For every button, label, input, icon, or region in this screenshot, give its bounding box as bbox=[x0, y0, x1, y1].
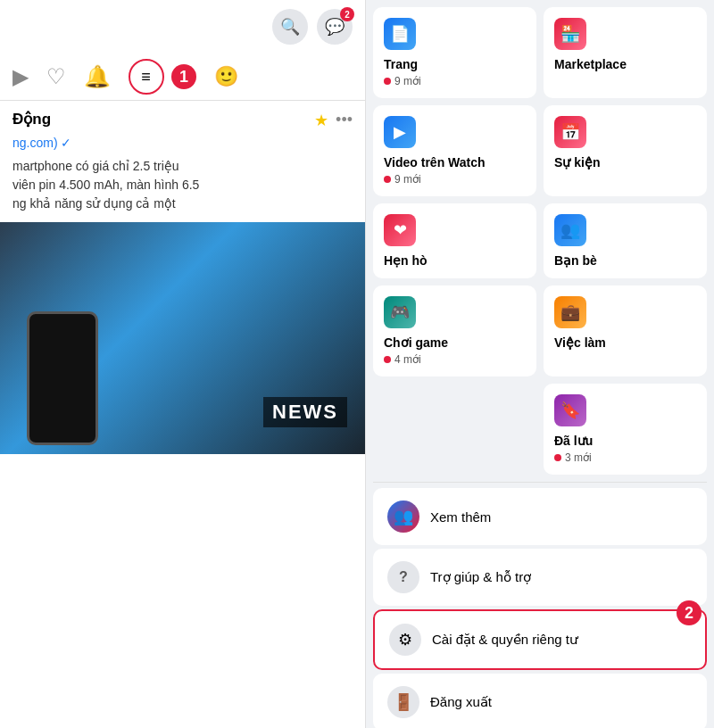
see-more-icon: 👥 bbox=[387, 500, 419, 533]
post-image: NEWS bbox=[0, 222, 365, 454]
trang-icon: 📄 bbox=[384, 18, 416, 50]
heart-nav-icon[interactable]: ♡ bbox=[46, 64, 66, 89]
settings-icon: ⚙ bbox=[389, 624, 421, 656]
see-more-label: Xem thêm bbox=[430, 509, 491, 525]
search-button[interactable]: 🔍 bbox=[272, 9, 308, 45]
search-icon: 🔍 bbox=[280, 17, 300, 37]
saved-menu-item[interactable]: 🔖 Đã lưu 3 mới bbox=[544, 384, 707, 475]
events-menu-item[interactable]: 📅 Sự kiện bbox=[544, 105, 707, 196]
trang-dot bbox=[384, 78, 391, 85]
logout-label: Đăng xuất bbox=[430, 694, 492, 710]
help-label: Trợ giúp & hỗ trợ bbox=[430, 569, 531, 585]
friends-icon: 👥 bbox=[554, 214, 586, 246]
nav-icons-row: ▶ ♡ 🔔 ≡ 1 🙂 bbox=[0, 54, 365, 101]
friends-label: Bạn bè bbox=[554, 253, 696, 268]
messenger-icon: 💬 bbox=[325, 17, 345, 37]
gaming-icon: 🎮 bbox=[384, 296, 416, 328]
video-watch-menu-item[interactable]: ▶ Video trên Watch 9 mới bbox=[373, 105, 536, 196]
messenger-badge: 2 bbox=[340, 7, 354, 21]
saved-label: Đã lưu bbox=[554, 434, 696, 448]
right-panel: 📄 Trang 9 mới 🏪 Marketplace ▶ Video trên… bbox=[366, 0, 714, 728]
emoji-icon: 🙂 bbox=[214, 65, 238, 88]
menu-row-5: 🔖 Đã lưu 3 mới bbox=[373, 384, 707, 475]
post-text-line1: martphone có giá chỉ 2.5 triệu bbox=[12, 157, 353, 176]
saved-dot bbox=[554, 454, 561, 461]
divider-1 bbox=[373, 482, 707, 483]
jobs-menu-item[interactable]: 💼 Việc làm bbox=[544, 285, 707, 376]
see-more-menu-item[interactable]: 👥 Xem thêm bbox=[373, 488, 707, 545]
post-header-left: Động bbox=[12, 110, 51, 130]
bell-nav-icon[interactable]: 🔔 bbox=[84, 64, 111, 89]
post-text-line2: viên pin 4.500 mAh, màn hình 6.5 bbox=[12, 176, 353, 194]
dating-icon: ❤ bbox=[384, 214, 416, 246]
gaming-sublabel: 4 mới bbox=[384, 353, 526, 366]
menu-row-2: ▶ Video trên Watch 9 mới 📅 Sự kiện bbox=[373, 105, 707, 196]
jobs-icon: 💼 bbox=[554, 296, 586, 328]
gaming-dot bbox=[384, 356, 391, 363]
friends-menu-item[interactable]: 👥 Bạn bè bbox=[544, 203, 707, 278]
news-label: NEWS bbox=[263, 397, 347, 427]
menu-button[interactable]: ≡ bbox=[129, 59, 164, 95]
jobs-label: Việc làm bbox=[554, 335, 696, 350]
help-menu-item[interactable]: ? Trợ giúp & hỗ trợ bbox=[373, 549, 707, 606]
menu-row-4: 🎮 Chơi game 4 mới 💼 Việc làm bbox=[373, 285, 707, 376]
logout-icon: 🚪 bbox=[387, 686, 419, 718]
marketplace-icon: 🏪 bbox=[554, 18, 586, 50]
gaming-label: Chơi game bbox=[384, 335, 526, 350]
post-header: Động ★ ••• bbox=[12, 110, 353, 130]
settings-menu-item[interactable]: ⚙ Cài đặt & quyền riêng tư bbox=[373, 609, 707, 670]
top-bar: 🔍 💬 2 bbox=[0, 0, 365, 54]
settings-label: Cài đặt & quyền riêng tư bbox=[432, 632, 578, 648]
gaming-menu-item[interactable]: 🎮 Chơi game 4 mới bbox=[373, 285, 536, 376]
step2-label: 2 bbox=[677, 600, 702, 625]
menu-row-3: ❤ Hẹn hò 👥 Bạn bè bbox=[373, 203, 707, 278]
messenger-button[interactable]: 💬 2 bbox=[317, 9, 353, 45]
video-watch-sublabel: 9 mới bbox=[384, 173, 526, 186]
video-dot bbox=[384, 176, 391, 183]
post-title: Động bbox=[12, 110, 51, 128]
hamburger-icon: ≡ bbox=[141, 68, 152, 87]
events-label: Sự kiện bbox=[554, 155, 696, 170]
video-nav-icon[interactable]: ▶ bbox=[12, 64, 29, 89]
left-panel: 🔍 💬 2 ▶ ♡ 🔔 ≡ 1 🙂 Động ★ ••• bbox=[0, 0, 366, 728]
marketplace-label: Marketplace bbox=[554, 57, 696, 71]
star-icon: ★ bbox=[314, 111, 328, 130]
trang-sublabel: 9 mới bbox=[384, 75, 526, 87]
menu-row-1: 📄 Trang 9 mới 🏪 Marketplace bbox=[373, 7, 707, 98]
post-text-line3: ng khả năng sử dụng cả một bbox=[12, 194, 353, 213]
video-watch-label: Video trên Watch bbox=[384, 155, 526, 170]
trang-menu-item[interactable]: 📄 Trang 9 mới bbox=[373, 7, 536, 98]
post-subtitle: ng.com) ✓ bbox=[12, 136, 353, 150]
events-icon: 📅 bbox=[554, 116, 586, 148]
dating-menu-item[interactable]: ❤ Hẹn hò bbox=[373, 203, 536, 278]
settings-wrapper: ⚙ Cài đặt & quyền riêng tư 2 bbox=[373, 609, 707, 670]
video-watch-icon: ▶ bbox=[384, 116, 416, 148]
logout-menu-item[interactable]: 🚪 Đăng xuất bbox=[373, 674, 707, 728]
trang-label: Trang bbox=[384, 57, 526, 71]
phone-graphic bbox=[27, 311, 98, 445]
help-icon: ? bbox=[387, 561, 419, 593]
step1-label: 1 bbox=[171, 64, 196, 89]
marketplace-menu-item[interactable]: 🏪 Marketplace bbox=[544, 7, 707, 98]
post-area: Động ★ ••• ng.com) ✓ martphone có giá ch… bbox=[0, 101, 365, 222]
saved-sublabel: 3 mới bbox=[554, 451, 696, 464]
dating-label: Hẹn hò bbox=[384, 253, 526, 268]
saved-icon: 🔖 bbox=[554, 394, 586, 426]
more-options-icon[interactable]: ••• bbox=[336, 111, 353, 130]
